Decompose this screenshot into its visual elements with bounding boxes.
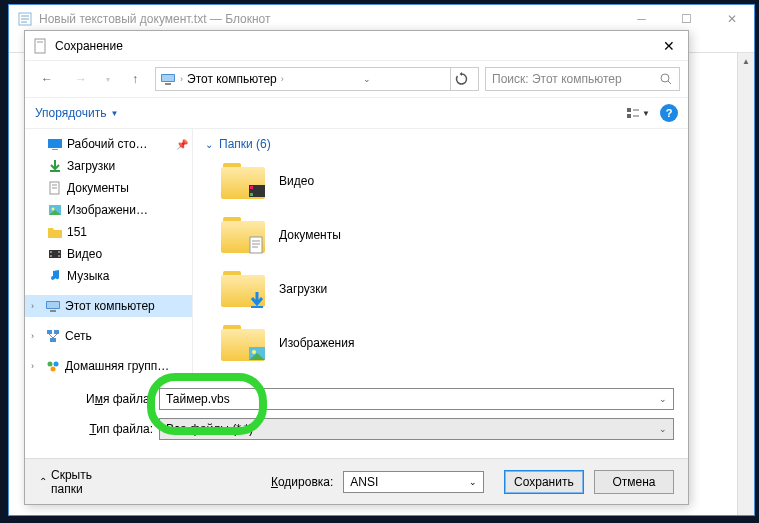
save-dialog: Сохранение ✕ ← → ▾ ↑ › Этот компьютер › … <box>24 30 689 505</box>
tree-item-downloads[interactable]: Загрузки <box>25 155 192 177</box>
dialog-footer: ⌃ Скрыть папки Кодировка: ANSI ⌄ Сохрани… <box>25 458 688 504</box>
folder-icon <box>221 163 265 199</box>
notepad-icon <box>17 11 33 27</box>
save-button[interactable]: Сохранить <box>504 470 584 494</box>
search-input[interactable]: Поиск: Этот компьютер <box>485 67 680 91</box>
folder-pictures[interactable]: Изображения <box>221 325 676 361</box>
tree-item-music[interactable]: Музыка <box>25 265 192 287</box>
folder-icon <box>221 271 265 307</box>
chevron-down-icon: ⌄ <box>205 139 213 150</box>
svg-rect-27 <box>50 251 52 253</box>
dialog-nav: ← → ▾ ↑ › Этот компьютер › ⌄ Поиск: Этот… <box>25 61 688 97</box>
breadcrumb[interactable]: › Этот компьютер › ⌄ <box>155 67 479 91</box>
window-controls: ─ ☐ ✕ <box>619 5 754 33</box>
chevron-right-icon: › <box>281 74 284 84</box>
svg-rect-32 <box>47 302 59 308</box>
content-pane: ⌄ Папки (6) Видео Документы <box>193 129 688 380</box>
svg-rect-5 <box>37 41 43 43</box>
svg-line-37 <box>49 334 53 338</box>
chevron-up-icon: ⌃ <box>39 476 47 487</box>
folder-downloads[interactable]: Загрузки <box>221 271 676 307</box>
svg-rect-36 <box>50 338 56 342</box>
back-button[interactable]: ← <box>33 67 61 91</box>
folder-documents[interactable]: Документы <box>221 217 676 253</box>
filetype-combo[interactable]: Все файлы (*.*) ⌄ <box>159 418 674 440</box>
svg-line-11 <box>668 81 671 84</box>
tree-item-151[interactable]: 151 <box>25 221 192 243</box>
breadcrumb-item[interactable]: Этот компьютер <box>187 72 277 86</box>
close-button[interactable]: ✕ <box>709 5 754 33</box>
svg-rect-16 <box>48 139 62 148</box>
tree-item-documents[interactable]: Документы <box>25 177 192 199</box>
svg-rect-8 <box>165 83 171 85</box>
tree-item-desktop[interactable]: Рабочий сто… 📌 <box>25 133 192 155</box>
help-button[interactable]: ? <box>660 104 678 122</box>
folder-icon <box>47 224 63 240</box>
tree-item-this-pc[interactable]: › Этот компьютер <box>25 295 192 317</box>
scroll-up-icon[interactable]: ▲ <box>738 53 754 70</box>
notepad-scrollbar[interactable]: ▲ <box>737 53 754 515</box>
documents-icon <box>47 180 63 196</box>
svg-point-51 <box>252 350 256 354</box>
forward-button[interactable]: → <box>67 67 95 91</box>
minimize-button[interactable]: ─ <box>619 5 664 33</box>
dialog-close-button[interactable]: ✕ <box>654 31 684 61</box>
refresh-button[interactable] <box>450 68 474 90</box>
dialog-toolbar: Упорядочить ▼ ▼ ? <box>25 97 688 129</box>
downloads-icon <box>47 158 63 174</box>
breadcrumb-dropdown[interactable]: ⌄ <box>355 68 379 90</box>
filetype-label: Тип файла: <box>39 422 159 436</box>
svg-rect-44 <box>250 193 253 196</box>
svg-marker-9 <box>460 72 463 76</box>
svg-point-41 <box>51 367 56 372</box>
svg-rect-33 <box>50 310 56 312</box>
folder-videos[interactable]: Видео <box>221 163 676 199</box>
tree-item-homegroup[interactable]: › Домашняя групп… <box>25 355 192 377</box>
tree-item-pictures[interactable]: Изображени… <box>25 199 192 221</box>
pictures-icon <box>47 202 63 218</box>
svg-point-39 <box>48 362 53 367</box>
svg-rect-43 <box>250 186 253 189</box>
dropdown-icon[interactable]: ⌄ <box>469 477 477 487</box>
expand-icon[interactable]: › <box>31 361 41 371</box>
svg-rect-29 <box>58 251 60 253</box>
filename-label: Имя файла: <box>39 392 159 406</box>
recent-dropdown[interactable]: ▾ <box>101 67 115 91</box>
encoding-label: Кодировка: <box>271 475 333 489</box>
notepad-title: Новый текстовый документ.txt — Блокнот <box>39 12 619 26</box>
music-icon <box>47 268 63 284</box>
dropdown-icon[interactable]: ⌄ <box>659 394 667 404</box>
svg-point-10 <box>661 74 669 82</box>
svg-point-40 <box>54 362 59 367</box>
filename-input[interactable]: Таймер.vbs ⌄ <box>159 388 674 410</box>
content-section-header[interactable]: ⌄ Папки (6) <box>205 137 676 151</box>
dropdown-icon: ▼ <box>110 109 118 118</box>
folder-tree: Рабочий сто… 📌 Загрузки Документы Изобра… <box>25 129 193 380</box>
svg-rect-13 <box>627 114 631 118</box>
cancel-button[interactable]: Отмена <box>594 470 674 494</box>
up-button[interactable]: ↑ <box>121 67 149 91</box>
tree-item-videos[interactable]: Видео <box>25 243 192 265</box>
encoding-combo[interactable]: ANSI ⌄ <box>343 471 483 493</box>
desktop-icon <box>47 136 63 152</box>
svg-line-38 <box>53 334 57 338</box>
svg-rect-45 <box>250 237 262 253</box>
search-icon <box>659 72 673 86</box>
pin-icon: 📌 <box>176 139 188 150</box>
expand-icon[interactable]: › <box>31 331 41 341</box>
expand-icon[interactable]: › <box>31 301 41 311</box>
organize-button[interactable]: Упорядочить ▼ <box>35 106 118 120</box>
dropdown-icon[interactable]: ⌄ <box>659 424 667 434</box>
svg-rect-30 <box>58 255 60 257</box>
folder-icon <box>221 325 265 361</box>
svg-rect-7 <box>162 75 174 81</box>
tree-item-network[interactable]: › Сеть <box>25 325 192 347</box>
hide-folders-button[interactable]: ⌃ Скрыть папки <box>39 468 121 496</box>
svg-marker-25 <box>48 228 62 238</box>
homegroup-icon <box>45 358 61 374</box>
view-options-button[interactable]: ▼ <box>626 106 650 120</box>
chevron-right-icon: › <box>180 74 183 84</box>
maximize-button[interactable]: ☐ <box>664 5 709 33</box>
svg-rect-28 <box>50 255 52 257</box>
save-dialog-icon <box>33 38 49 54</box>
